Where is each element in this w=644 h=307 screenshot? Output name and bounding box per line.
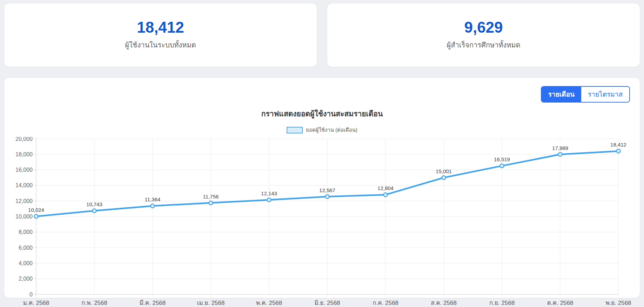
x-tick-label: ก.ค. 2568 bbox=[373, 300, 398, 306]
data-point-label: 15,001 bbox=[436, 168, 452, 174]
x-tick-label: ส.ค. 2568 bbox=[431, 300, 457, 306]
x-tick-label: พ.ค. 2568 bbox=[256, 300, 282, 306]
data-point[interactable] bbox=[151, 204, 155, 208]
total-users-label: ผู้ใช้งานในระบบทั้งหมด bbox=[125, 39, 196, 51]
data-point-label: 10,024 bbox=[28, 207, 44, 213]
x-tick-label: พ.ย. 2568 bbox=[605, 300, 631, 306]
monthly-toggle-button[interactable]: รายเดือน bbox=[542, 87, 581, 102]
y-tick-label: 10,000 bbox=[15, 214, 33, 220]
x-tick-label: มี.ค. 2568 bbox=[140, 300, 166, 306]
data-point[interactable] bbox=[442, 176, 446, 179]
data-point[interactable] bbox=[558, 152, 562, 156]
data-point-label: 12,804 bbox=[377, 185, 394, 191]
x-tick-label: เม.ย. 2568 bbox=[197, 300, 225, 306]
data-point[interactable] bbox=[267, 198, 271, 202]
y-tick-label: 14,000 bbox=[15, 182, 33, 188]
data-point-label: 12,567 bbox=[319, 187, 335, 193]
data-point-label: 11,756 bbox=[203, 194, 219, 200]
x-tick-label: ก.พ. 2568 bbox=[81, 300, 107, 306]
x-tick-label: ต.ค. 2568 bbox=[547, 300, 573, 306]
stat-card-total-users: 18,412 ผู้ใช้งานในระบบทั้งหมด bbox=[4, 4, 317, 67]
y-tick-label: 4,000 bbox=[19, 260, 33, 266]
users-line-chart[interactable]: 02,0004,0006,0008,00010,00012,00014,0001… bbox=[0, 137, 644, 307]
data-point-label: 16,519 bbox=[494, 156, 510, 162]
data-point[interactable] bbox=[500, 164, 504, 168]
stat-card-total-graduates: 9,629 ผู้สำเร็จการศึกษาทั้งหมด bbox=[327, 4, 640, 67]
data-point[interactable] bbox=[93, 209, 96, 213]
data-point[interactable] bbox=[209, 201, 213, 205]
x-tick-label: ก.ย. 2568 bbox=[489, 300, 515, 306]
data-point[interactable] bbox=[326, 195, 329, 198]
data-point-label: 10,743 bbox=[86, 201, 102, 207]
quarterly-toggle-button[interactable]: รายไตรมาส bbox=[581, 87, 629, 102]
chart-title: กราฟแสดงยอดผู้ใช้งานสะสมรายเดือน bbox=[4, 108, 640, 119]
data-point-label: 18,412 bbox=[610, 142, 626, 148]
data-point-label: 11,364 bbox=[145, 196, 161, 202]
y-tick-label: 20,000 bbox=[15, 137, 33, 142]
x-tick-label: มิ.ย. 2568 bbox=[314, 300, 340, 306]
period-toggle-group: รายเดือน รายไตรมาส bbox=[541, 86, 630, 103]
total-users-value: 18,412 bbox=[137, 20, 184, 35]
data-point[interactable] bbox=[617, 149, 620, 153]
y-tick-label: 18,000 bbox=[15, 151, 33, 157]
legend-swatch-icon bbox=[287, 127, 303, 133]
y-tick-label: 12,000 bbox=[15, 198, 33, 204]
chart-legend: ยอดผู้ใช้งาน (ต่อเดือน) bbox=[4, 126, 640, 134]
y-tick-label: 8,000 bbox=[19, 229, 33, 235]
legend-label: ยอดผู้ใช้งาน (ต่อเดือน) bbox=[306, 126, 357, 134]
y-tick-label: 6,000 bbox=[19, 245, 33, 251]
x-tick-label: ม.ค. 2568 bbox=[23, 300, 49, 306]
data-point[interactable] bbox=[34, 214, 38, 218]
total-graduates-label: ผู้สำเร็จการศึกษาทั้งหมด bbox=[447, 39, 520, 51]
stats-row: 18,412 ผู้ใช้งานในระบบทั้งหมด 9,629 ผู้ส… bbox=[4, 4, 640, 67]
data-point[interactable] bbox=[384, 193, 388, 197]
total-graduates-value: 9,629 bbox=[464, 20, 503, 35]
y-tick-label: 0 bbox=[29, 292, 33, 298]
data-point-label: 12,143 bbox=[261, 190, 277, 196]
y-tick-label: 2,000 bbox=[19, 276, 33, 282]
y-tick-label: 16,000 bbox=[15, 167, 33, 173]
data-point-label: 17,989 bbox=[552, 145, 568, 151]
